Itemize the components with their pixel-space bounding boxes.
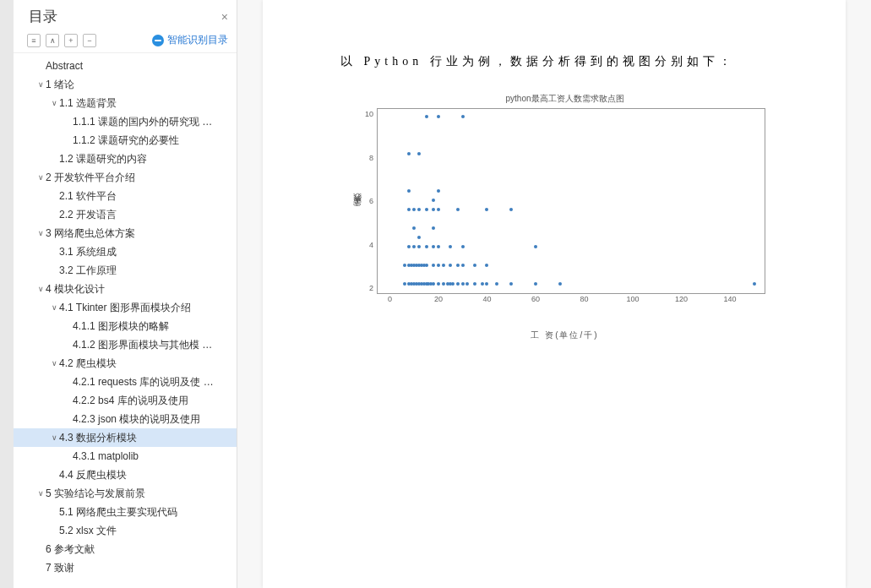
chevron-down-icon[interactable]: ∨ [49,303,59,312]
toc-item-label: 4.2.3 json 模块的说明及使用 [73,412,200,427]
toc-item[interactable]: ∨1.1 选题背景 [14,94,237,112]
scatter-point [485,208,488,211]
toc-item[interactable]: 4.4 反爬虫模块 [14,466,237,484]
chevron-down-icon[interactable]: ∨ [49,99,59,107]
toc-item[interactable]: Abstract [14,57,237,75]
chevron-down-icon[interactable]: ∨ [35,173,46,182]
toc-item-label: 4.4 反爬虫模块 [59,468,127,482]
toc-item[interactable]: 1.2 课题研究的内容 [14,150,237,168]
toc-item[interactable]: 4.1.1 图形模块的略解 [14,317,237,335]
scatter-point [425,264,428,267]
toc-item[interactable]: 5.2 xlsx 文件 [14,521,237,540]
toc-remove-icon[interactable]: − [83,34,96,47]
scatter-point [461,264,465,267]
toc-item-label: 7 致谢 [46,561,74,575]
toc-item-label: 2.2 开发语言 [59,208,117,222]
toc-item[interactable]: 1.1.1 课题的国内外的研究现 … [14,112,237,131]
scatter-point [473,282,476,286]
toc-item[interactable]: 6 参考文献 [14,540,237,558]
toc-item-label: 1.1 选题背景 [59,96,117,111]
chart-xticks: 020406080100120140 [378,295,765,307]
toc-item[interactable]: ∨4.3 数据分析模块 [14,428,237,447]
scatter-point [417,245,421,248]
toc-item[interactable]: ∨3 网络爬虫总体方案 [14,224,237,242]
scatter-point [456,282,460,286]
chevron-down-icon[interactable]: ∨ [35,80,46,89]
toc-item[interactable]: 1.1.2 课题研究的必要性 [14,131,237,150]
scatter-point [407,245,411,248]
toc-item-label: 4.3.1 matplolib [73,450,139,462]
ytick-label: 10 [365,110,373,118]
chevron-down-icon[interactable]: ∨ [49,359,59,368]
toc-item-label: 1.1.2 课题研究的必要性 [73,133,179,148]
toc-item[interactable]: ∨5 实验结论与发展前景 [14,484,237,503]
toc-item[interactable]: ∨1 绪论 [14,75,237,94]
ytick-label: 4 [365,241,373,249]
toc-item[interactable]: ∨4.2 爬虫模块 [14,354,237,373]
toc-collapse-icon[interactable]: ∧ [46,34,59,47]
toc-item-label: 2.1 软件平台 [59,189,117,204]
chart-yticks: 108642 [365,108,377,294]
chevron-down-icon[interactable]: ∨ [35,285,46,293]
scatter-point [495,282,498,286]
xtick-label: 140 [723,295,736,303]
scatter-point [437,282,440,286]
toc-item[interactable]: 4.1.2 图形界面模块与其他模 … [14,335,237,354]
smart-scan-button[interactable]: 智能识别目录 [152,33,228,47]
scatter-point [461,245,465,248]
toc-add-icon[interactable]: + [64,34,78,47]
toc-item-label: 4.2 爬虫模块 [59,357,117,371]
scatter-point [407,208,411,211]
toc-item-label: 1 绪论 [46,78,74,92]
toc-item[interactable]: 3.2 工作原理 [14,261,237,280]
document-page: 以 Python 行业为例，数据分析得到的视图分别如下： python最高工资人… [263,0,846,588]
xtick-label: 80 [580,295,588,303]
toc-item[interactable]: 4.3.1 matplolib [14,447,237,466]
chevron-down-icon[interactable]: ∨ [35,229,46,237]
scatter-point [417,208,421,211]
toc-item[interactable]: 4.2.3 json 模块的说明及使用 [14,410,237,428]
toc-item-label: 4.1.1 图形模块的略解 [73,319,169,334]
sidebar-title: 目录 [29,7,57,26]
toc-list-icon[interactable]: ≡ [27,34,41,47]
scatter-point [485,264,488,267]
toc-item[interactable]: 5.1 网络爬虫主要实现代码 [14,503,237,521]
scatter-point [437,208,440,211]
xtick-label: 40 [482,295,491,303]
toc-item[interactable]: ∨2 开发软件平台介绍 [14,168,237,187]
chevron-down-icon[interactable]: ∨ [35,489,46,498]
scatter-point [432,208,435,211]
scatter-point [456,208,460,211]
toc-item-label: 6 参考文献 [46,542,95,557]
scatter-point [509,282,513,286]
toc-item[interactable]: ∨4 模块化设计 [14,280,237,298]
toc-item-label: Abstract [46,60,83,72]
scatter-point [425,208,428,211]
scatter-point [407,189,411,193]
chevron-down-icon[interactable]: ∨ [49,433,59,442]
scatter-point [456,264,460,267]
scatter-point [451,282,455,286]
toc-item[interactable]: 3.1 系统组成 [14,242,237,261]
page-body-text: 以 Python 行业为例，数据分析得到的视图分别如下： [340,54,735,69]
toc-item-label: 3 网络爬虫总体方案 [46,226,135,241]
toc-item[interactable]: 2.2 开发语言 [14,205,237,224]
app-gutter [0,0,14,588]
toc-tree: Abstract∨1 绪论∨1.1 选题背景1.1.1 课题的国内外的研究现 …… [14,53,237,588]
xtick-label: 0 [388,295,392,303]
toc-item[interactable]: 4.2.2 bs4 库的说明及使用 [14,391,237,410]
scatter-point [437,264,440,267]
toc-item[interactable]: ∨4.1 Tkinter 图形界面模块介绍 [14,298,237,317]
smart-scan-icon [152,35,164,46]
toc-item[interactable]: 4.2.1 requests 库的说明及使 … [14,373,237,391]
scatter-point [534,245,537,248]
scatter-point [437,115,440,118]
toc-item-label: 5 实验结论与发展前景 [46,487,145,501]
toc-item[interactable]: 7 致谢 [14,558,237,577]
toc-item-label: 1.1.1 课题的国内外的研究现 … [73,115,212,129]
scatter-point [417,236,421,239]
close-icon[interactable]: × [221,10,228,24]
sidebar-header: 目录 × [14,0,237,30]
scatter-point [753,282,756,286]
toc-item[interactable]: 2.1 软件平台 [14,187,237,205]
